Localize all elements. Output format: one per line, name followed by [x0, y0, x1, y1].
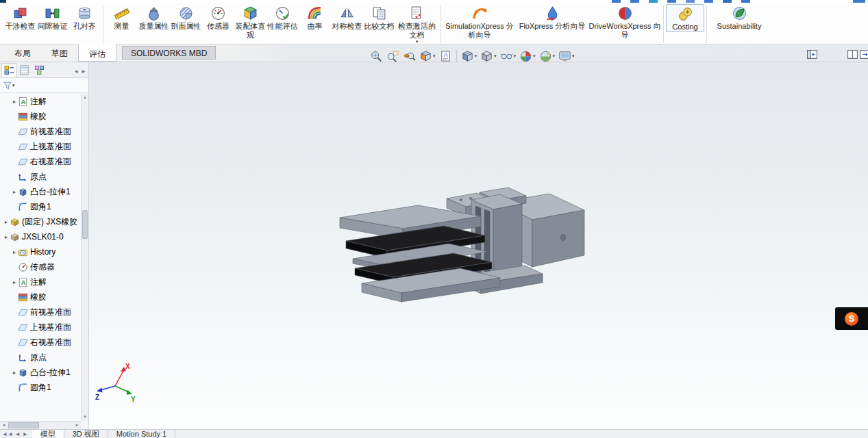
tree-item-fillet-2[interactable]: 圆角1 [0, 380, 81, 395]
costing-button[interactable]: Costing [666, 4, 704, 32]
scroll-right-icon[interactable]: ► [81, 68, 86, 75]
zoom-to-fit-button[interactable] [369, 49, 384, 64]
tab-featuremanager-tree[interactable] [1, 63, 16, 77]
tab-model[interactable]: 模型 [32, 430, 64, 438]
tab-solidworks-mbd[interactable]: SOLIDWORKS MBD [122, 46, 216, 60]
section-properties-button[interactable]: 剖面属性 [170, 4, 202, 31]
tree-item-history[interactable]: ▸History [0, 244, 81, 259]
button-label: 剖面属性 [171, 22, 201, 31]
expand-arrow-icon[interactable]: ▸ [11, 99, 18, 105]
display-style-button[interactable]: ▾ [479, 49, 498, 64]
tree-item-front-plane[interactable]: 前视基准面 [0, 124, 81, 139]
dropdown-caret-icon: ▾ [475, 53, 478, 59]
tree-item-top-plane-2[interactable]: 上视基准面 [0, 320, 81, 335]
headsup-view-toolbar: ▾ ▾ ▾ ▾ ▾ ▾ ▾ [369, 48, 576, 64]
tree-horizontal-scrollbar[interactable]: ◄ ► [0, 421, 81, 429]
tree-vertical-scrollbar[interactable]: ▲ ▼ [81, 94, 88, 421]
propertymanager-icon [19, 65, 29, 75]
filter-funnel-icon [3, 81, 12, 90]
tab-sketch[interactable]: 草图 [41, 44, 78, 62]
toolbar-separator [456, 50, 457, 62]
tab-layout[interactable]: 布局 [4, 44, 41, 62]
tab-motion-study-1[interactable]: Motion Study 1 [108, 430, 175, 438]
dropdown-caret-icon: ▾ [572, 53, 575, 59]
tree-item-fillet[interactable]: 圆角1 [0, 199, 81, 214]
scroll-right-icon[interactable]: ► [23, 430, 28, 438]
tree-item-right-plane[interactable]: 右视基准面 [0, 154, 81, 169]
annotation-icon [18, 96, 28, 107]
apply-scene-button[interactable]: ▾ [538, 49, 557, 64]
expand-arrow-icon[interactable]: ▸ [11, 189, 18, 195]
scroll-up-icon[interactable]: ▲ [82, 94, 88, 101]
view-orientation-button[interactable]: ▾ [460, 49, 479, 64]
tree-item-component-jxs-rubber[interactable]: ▸(固定) JXS橡胶 [0, 214, 81, 229]
graphics-viewport[interactable]: X Y Z S [89, 62, 868, 429]
tree-filter[interactable]: ▾ [0, 78, 88, 93]
tree-item-top-plane[interactable]: 上视基准面 [0, 139, 81, 154]
zoom-to-area-button[interactable] [385, 49, 401, 64]
dynamic-annotation-views-button[interactable] [438, 49, 454, 64]
tree-item-origin[interactable]: 原点 [0, 169, 81, 184]
simulationxpress-wizard-button[interactable]: SimulationXpress 分析向导 [443, 4, 516, 39]
fillet-icon [18, 383, 28, 393]
scroll-first-icon[interactable]: ◄◄ [2, 430, 13, 438]
mass-properties-button[interactable]: 质量属性 [138, 4, 170, 31]
panel-splitter[interactable] [88, 62, 90, 429]
expand-arrow-icon[interactable]: ▸ [11, 249, 18, 255]
symmetry-check-button[interactable]: 对称检查 [331, 4, 363, 31]
part-icon [10, 232, 20, 242]
tree-item-annotations[interactable]: ▸注解 [0, 94, 81, 109]
solidworks-banner[interactable]: S [835, 307, 868, 330]
tab-3d-views[interactable]: 3D 视图 [64, 430, 108, 438]
scroll-down-icon[interactable]: ▼ [82, 413, 88, 421]
scroll-left-icon[interactable]: ◄ [73, 68, 79, 75]
tree-item-component-jxslk01[interactable]: ▸JXSLK01-0 [0, 229, 81, 244]
plane-icon [18, 337, 28, 348]
curvature-icon [307, 5, 323, 21]
measure-button[interactable]: 测量 [106, 4, 138, 31]
previous-view-button[interactable] [401, 49, 417, 64]
scrollbar-thumb[interactable] [82, 210, 88, 239]
collapse-ribbon-icon[interactable] [859, 49, 868, 60]
tree-item-front-plane-2[interactable]: 前视基准面 [0, 305, 81, 320]
expand-arrow-icon[interactable]: ▸ [3, 219, 10, 225]
hole-alignment-button[interactable]: 孔对齐 [69, 4, 101, 31]
featuremanager-expand-icon[interactable] [806, 49, 818, 60]
check-active-document-button[interactable]: 检查激活的文档▾ [395, 4, 438, 44]
tree-item-boss-extrude-2[interactable]: ▸凸台-拉伸1 [0, 365, 81, 380]
tree-item-boss-extrude[interactable]: ▸凸台-拉伸1 [0, 184, 81, 199]
expand-arrow-icon[interactable]: ▸ [3, 234, 10, 240]
tree-item-material-2[interactable]: 橡胶 [0, 289, 81, 305]
tab-propertymanager[interactable] [16, 63, 32, 77]
driveworksxpress-wizard-button[interactable]: DriveWorksXpress 向导 [588, 4, 661, 39]
sensor-button[interactable]: 传感器 [202, 4, 234, 31]
floxpress-wizard-button[interactable]: FloXpress 分析向导 [516, 4, 588, 31]
button-label: 曲率 [308, 22, 323, 31]
scrollbar-thumb[interactable] [8, 422, 39, 428]
tree-item-material[interactable]: 橡胶 [0, 109, 81, 124]
assembly-visualization-button[interactable]: 装配体直观 [234, 4, 266, 39]
scroll-left-icon[interactable]: ◄ [15, 430, 21, 438]
tree-item-origin-2[interactable]: 原点 [0, 350, 81, 365]
tree-item-sensors[interactable]: 传感器 [0, 259, 81, 274]
scroll-right-icon[interactable]: ► [73, 422, 81, 429]
section-view-button[interactable]: ▾ [418, 49, 437, 64]
expand-arrow-icon[interactable]: ▸ [11, 370, 18, 376]
tab-evaluate[interactable]: 评估 [78, 44, 116, 62]
performance-evaluation-button[interactable]: 性能评估 [266, 4, 299, 31]
scroll-left-icon[interactable]: ◄ [0, 422, 8, 429]
tab-configurationmanager[interactable] [32, 63, 47, 77]
clearance-verification-button[interactable]: 间隙验证 [36, 4, 69, 31]
display-pane-icon[interactable] [847, 49, 858, 60]
hide-show-items-button[interactable]: ▾ [499, 49, 518, 64]
tree-item-right-plane-2[interactable]: 右视基准面 [0, 335, 81, 350]
edit-appearance-button[interactable]: ▾ [518, 49, 537, 64]
view-settings-button[interactable]: ▾ [557, 49, 576, 64]
curvature-button[interactable]: 曲率 [299, 4, 331, 31]
tree-item-annotations-2[interactable]: ▸注解 [0, 274, 81, 289]
compare-documents-button[interactable]: 比较文档 [363, 4, 395, 31]
sustainability-button[interactable]: Sustainability [709, 4, 769, 31]
interference-check-button[interactable]: 干涉检查 [4, 4, 36, 31]
driveworksxpress-icon [617, 5, 633, 21]
expand-arrow-icon[interactable]: ▸ [11, 279, 18, 285]
